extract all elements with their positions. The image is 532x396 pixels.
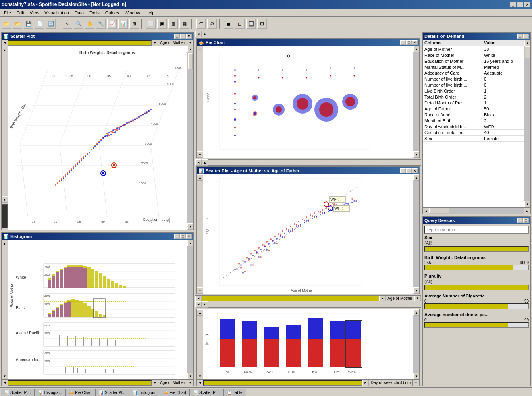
- center-nav-left[interactable]: ◄: [195, 31, 202, 37]
- hist-maximize[interactable]: □: [180, 234, 186, 239]
- cscatter-scroll-dn[interactable]: ▼: [413, 287, 419, 294]
- toolbar-mark1[interactable]: ◼: [224, 19, 233, 29]
- clower-up[interactable]: ▲: [202, 301, 208, 308]
- scatter-minimize[interactable]: _: [174, 34, 180, 39]
- query-maximize[interactable]: □: [523, 218, 529, 223]
- cbottom-right[interactable]: ►: [379, 296, 386, 302]
- pie-close[interactable]: ×: [412, 40, 418, 45]
- menu-tools[interactable]: Tools: [87, 10, 102, 16]
- tab-piechart2[interactable]: 🥧 Pie Chart: [160, 389, 190, 396]
- menu-file[interactable]: File: [2, 10, 13, 16]
- maximize-btn[interactable]: □: [517, 2, 523, 7]
- toolbar-pan[interactable]: ✋: [85, 19, 94, 29]
- scatter-nav-down[interactable]: ▼: [2, 196, 8, 203]
- bar-hscroll-left[interactable]: ◄: [197, 380, 203, 386]
- hist-nav-down[interactable]: ▼: [2, 373, 8, 379]
- cscatter-close[interactable]: ×: [412, 168, 418, 173]
- scatter-maximize[interactable]: □: [180, 34, 186, 39]
- bar-nav-up[interactable]: ▲: [197, 309, 203, 316]
- cig-slider[interactable]: [424, 303, 529, 309]
- pie-scroll-up[interactable]: ▲: [413, 46, 419, 52]
- hist-minimize[interactable]: _: [174, 234, 180, 239]
- bar-nav-dn[interactable]: ▼: [197, 373, 203, 379]
- bar-scroll-dn[interactable]: ▼: [413, 373, 419, 379]
- toolbar-btn5[interactable]: 🔄: [46, 19, 56, 29]
- hist-hscroll-left[interactable]: ◄: [2, 380, 8, 386]
- sex-slider[interactable]: [424, 246, 529, 252]
- bar-axis-dropdown[interactable]: ▼: [413, 380, 419, 386]
- search-input[interactable]: [424, 226, 529, 234]
- bar-v-scroll[interactable]: ▲ ▼: [413, 309, 419, 379]
- menu-window[interactable]: Window: [122, 10, 143, 16]
- center-nav-up[interactable]: ▲: [202, 31, 208, 37]
- details-minimize[interactable]: _: [517, 34, 523, 39]
- scatter-3d-control[interactable]: [2, 204, 8, 228]
- tab-table[interactable]: 📋 Table: [224, 389, 246, 396]
- close-btn[interactable]: ×: [524, 2, 530, 7]
- bw-slider[interactable]: [424, 265, 529, 270]
- details-maximize[interactable]: □: [523, 34, 529, 39]
- toolbar-save[interactable]: 💾: [24, 19, 33, 29]
- bar-hscroll-right[interactable]: ►: [362, 380, 369, 386]
- toolbar-prop[interactable]: ⚙: [207, 19, 217, 29]
- details-v-scroll[interactable]: ▲ ▼: [524, 40, 530, 207]
- menu-visualization[interactable]: Visualization: [42, 10, 71, 16]
- pie-v-scroll[interactable]: ▲ ▼: [413, 46, 419, 158]
- toolbar-open[interactable]: 📂: [13, 19, 22, 29]
- tab-scatter1[interactable]: 📊 Scatter Pl...: [1, 389, 35, 396]
- hist-scroll-up[interactable]: ▲: [187, 240, 193, 246]
- toolbar-new[interactable]: 📁: [2, 19, 11, 29]
- bar-hslider[interactable]: [203, 380, 362, 386]
- details-hscroll-right[interactable]: ►: [524, 208, 530, 214]
- cscatter-v-track[interactable]: [413, 181, 419, 287]
- tab-scatter3[interactable]: 📊 Scatter Pl...: [190, 389, 224, 396]
- toolbar-vis3[interactable]: ▦: [179, 19, 189, 29]
- cscatter-maximize[interactable]: □: [406, 168, 412, 173]
- menu-guides[interactable]: Guides: [103, 10, 121, 16]
- query-minimize[interactable]: _: [517, 218, 523, 223]
- toolbar-vis2[interactable]: ▥: [168, 19, 178, 29]
- details-scroll-dn[interactable]: ▼: [524, 201, 530, 207]
- center-mid-up[interactable]: ▲: [202, 159, 208, 166]
- scatter-v-scroll[interactable]: ▲ ▼: [187, 46, 193, 230]
- scatter-v-track[interactable]: [187, 52, 193, 223]
- pie-scroll-dn[interactable]: ▼: [413, 151, 419, 158]
- scatter-nav-up[interactable]: ▲: [2, 47, 8, 53]
- toolbar-mark3[interactable]: 🔲: [246, 19, 256, 29]
- hist-nav-up[interactable]: ▲: [2, 241, 8, 247]
- toolbar-chart1[interactable]: 📈: [107, 19, 117, 29]
- cbottom-left[interactable]: ◄: [195, 296, 202, 302]
- bar-v-track[interactable]: [413, 316, 419, 373]
- toolbar-zoom[interactable]: 🔍: [74, 19, 83, 29]
- hist-axis-dropdown[interactable]: ▼: [187, 380, 193, 386]
- cscatter-nav-dn[interactable]: ▼: [197, 287, 203, 294]
- hist-close[interactable]: ×: [186, 234, 192, 239]
- toolbar-filter[interactable]: 🔧: [96, 19, 106, 29]
- toolbar-btn4[interactable]: 📄: [35, 19, 44, 29]
- toolbar-mark4[interactable]: ⊡: [257, 19, 267, 29]
- pie-minimize[interactable]: _: [400, 40, 406, 45]
- hist-hscroll-right[interactable]: ►: [152, 380, 158, 386]
- center-mid-left[interactable]: ◄: [195, 159, 202, 166]
- hist-v-scroll[interactable]: ▲ ▼: [187, 240, 193, 379]
- details-h-track[interactable]: [429, 208, 524, 214]
- toolbar-fit[interactable]: ⬜: [146, 19, 156, 29]
- bar-scroll-up[interactable]: ▲: [413, 309, 419, 316]
- cscatter-nav-up[interactable]: ▲: [197, 174, 203, 181]
- toolbar-grid[interactable]: ⊞: [129, 19, 139, 29]
- cscatter-v-scroll[interactable]: ▲ ▼: [413, 174, 419, 294]
- cbottom-slider[interactable]: [202, 296, 379, 301]
- scatter-top-slider[interactable]: [8, 40, 152, 46]
- clower-left[interactable]: ◄: [195, 301, 202, 308]
- toolbar-label[interactable]: 🏷: [196, 19, 206, 29]
- menu-help[interactable]: Help: [143, 10, 157, 16]
- toolbar-chart2[interactable]: 📊: [118, 19, 128, 29]
- details-v-thumb[interactable]: [525, 46, 530, 58]
- tab-histogram1[interactable]: 📊 Histogra...: [35, 389, 66, 396]
- tab-scatter2[interactable]: 📊 Scatter Pl...: [95, 389, 129, 396]
- details-h-thumb[interactable]: [429, 208, 449, 213]
- scatter-v-thumb[interactable]: [188, 53, 193, 69]
- cscatter-scroll-up[interactable]: ▲: [413, 174, 419, 181]
- scatter-scroll-left[interactable]: ◄: [2, 40, 8, 46]
- pie-maximize[interactable]: □: [406, 40, 412, 45]
